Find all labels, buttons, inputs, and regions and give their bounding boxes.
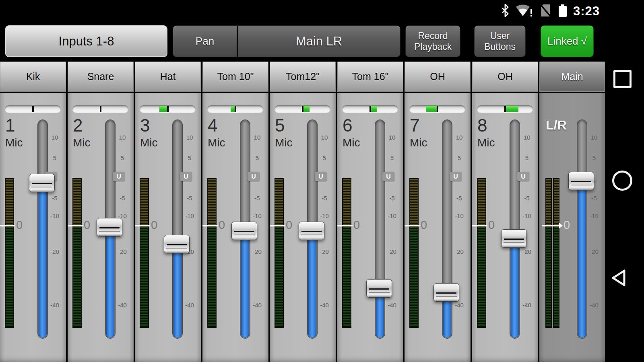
meter-zero-tick bbox=[68, 225, 83, 226]
fader-scale-label: -5 bbox=[47, 195, 62, 202]
fader-handle[interactable] bbox=[299, 222, 324, 240]
fader-scale-label: 5 bbox=[587, 154, 601, 161]
meter-zero-tick bbox=[542, 225, 559, 226]
level-meter bbox=[5, 178, 14, 328]
channel-name-button[interactable]: OH bbox=[405, 62, 471, 93]
channel-name-button[interactable]: Tom12" bbox=[270, 62, 336, 93]
fader-level-fill bbox=[106, 228, 114, 338]
meter-amber-zone bbox=[554, 179, 559, 226]
pan-center-tick bbox=[100, 106, 101, 112]
user-buttons-button[interactable]: User Buttons bbox=[474, 25, 526, 57]
fader-track[interactable] bbox=[577, 119, 587, 339]
channel-strip: Tom 16" 6 Mic 0 U 105-5-10- bbox=[337, 62, 403, 362]
channel-name-label: OH bbox=[430, 71, 445, 82]
linked-toggle-button[interactable]: Linked √ bbox=[541, 25, 594, 57]
channel-name-label: Snare bbox=[87, 71, 114, 82]
pan-slider[interactable] bbox=[342, 105, 398, 113]
fader-scale-label: -10 bbox=[47, 212, 62, 219]
channel-number: 5 bbox=[275, 115, 285, 136]
meter-amber-zone bbox=[6, 179, 13, 226]
fader-handle[interactable] bbox=[433, 283, 459, 302]
channel-source-label: Mic bbox=[275, 136, 293, 149]
home-circle-icon[interactable] bbox=[612, 171, 632, 191]
meter-zero-label: 0 bbox=[286, 218, 292, 232]
channel-number: 2 bbox=[73, 115, 83, 136]
channel-name-label: Hat bbox=[160, 71, 176, 82]
fader-scale-label: -10 bbox=[250, 212, 264, 219]
record-playback-line1: Record bbox=[418, 31, 448, 41]
meter-amber-zone bbox=[73, 179, 81, 226]
fader-scale-label: 5 bbox=[520, 154, 534, 161]
meter-zero-tick bbox=[270, 225, 285, 226]
fader-scale-label: -20 bbox=[520, 248, 534, 255]
fader-handle[interactable] bbox=[29, 174, 55, 192]
fader-handle[interactable] bbox=[97, 218, 122, 237]
fader-handle[interactable] bbox=[366, 279, 392, 298]
unity-gain-marker: U bbox=[450, 172, 462, 181]
channel-name-button[interactable]: OH bbox=[472, 62, 538, 93]
pan-center-tick bbox=[167, 106, 169, 112]
pan-slider[interactable] bbox=[409, 105, 465, 113]
fader-track[interactable] bbox=[442, 119, 452, 339]
channel-number: 8 bbox=[477, 115, 487, 136]
fader-scale-label: -20 bbox=[385, 248, 399, 255]
fader-track[interactable] bbox=[37, 119, 48, 339]
fader-scale-label: -10 bbox=[182, 212, 197, 219]
fader-scale-label: -40 bbox=[182, 302, 197, 309]
inputs-1-8-button[interactable]: Inputs 1-8 bbox=[5, 25, 167, 57]
fader-scale-label: -5 bbox=[250, 195, 264, 202]
fader-track[interactable] bbox=[375, 119, 385, 339]
fader-scale-label: -10 bbox=[520, 212, 534, 219]
pan-slider[interactable] bbox=[140, 105, 196, 113]
fader-track[interactable] bbox=[172, 119, 183, 339]
bluetooth-icon bbox=[501, 3, 510, 19]
fader-scale-label: -40 bbox=[250, 302, 264, 309]
pan-slider[interactable] bbox=[72, 105, 128, 113]
channel-name-label: Tom 16" bbox=[352, 71, 389, 82]
level-meter bbox=[207, 178, 217, 328]
pan-slider[interactable] bbox=[477, 105, 533, 113]
meter-amber-zone bbox=[546, 179, 551, 226]
channel-name-button[interactable]: Hat bbox=[135, 62, 201, 93]
meter-amber-zone bbox=[410, 179, 418, 226]
level-meter bbox=[140, 178, 149, 328]
main-lr-button[interactable]: Main LR bbox=[238, 26, 400, 57]
fader-scale-label: -10 bbox=[587, 212, 601, 219]
fader-level-fill bbox=[39, 183, 47, 338]
no-sim-icon bbox=[539, 3, 552, 19]
fader-scale-label: 5 bbox=[385, 154, 399, 161]
channel-strip-body: 8 Mic 0 U 105-5-10-20-40 bbox=[472, 93, 538, 362]
channel-strip: Main L/R 0 U 105-5-10-20-4 bbox=[539, 62, 605, 362]
fader-handle[interactable] bbox=[164, 235, 190, 253]
mixer-app-screen: 3:23 Inputs 1-8 Pan Main LR Record Playb… bbox=[0, 0, 644, 362]
pan-button[interactable]: Pan bbox=[173, 26, 238, 57]
fader-scale-label: -40 bbox=[47, 302, 62, 309]
meter-green-zone bbox=[410, 226, 418, 327]
pan-center-tick bbox=[235, 106, 236, 112]
fader-scale-label: 10 bbox=[520, 134, 534, 141]
fader-handle[interactable] bbox=[501, 229, 527, 248]
fader-scale-label: 5 bbox=[115, 154, 130, 161]
recents-square-icon[interactable] bbox=[613, 70, 632, 88]
channel-name-button[interactable]: Kik bbox=[0, 62, 66, 93]
pan-slider[interactable] bbox=[207, 105, 263, 113]
meter-zero-label: 0 bbox=[353, 218, 360, 232]
unity-gain-marker: U bbox=[315, 172, 327, 181]
fader-scale-label: -20 bbox=[587, 248, 601, 255]
pan-slider[interactable] bbox=[275, 105, 330, 113]
fader-scale-label: 10 bbox=[587, 134, 601, 141]
channel-number: 4 bbox=[208, 115, 217, 136]
channel-name-button[interactable]: Tom 16" bbox=[337, 62, 403, 93]
pan-center-tick bbox=[369, 106, 371, 112]
channel-name-label: Kik bbox=[26, 71, 40, 82]
channel-name-button[interactable]: Main bbox=[539, 62, 605, 93]
record-playback-button[interactable]: Record Playback bbox=[405, 25, 460, 57]
back-triangle-icon[interactable] bbox=[610, 268, 629, 289]
fader-handle[interactable] bbox=[231, 222, 257, 240]
pan-slider[interactable] bbox=[5, 105, 61, 113]
channel-strip-body: 4 Mic 0 U 105-5-10-20-40 bbox=[202, 93, 268, 362]
channel-name-button[interactable]: Tom 10" bbox=[202, 62, 268, 93]
channel-name-button[interactable]: Snare bbox=[68, 62, 134, 93]
pan-center-tick bbox=[302, 106, 303, 112]
fader-handle[interactable] bbox=[568, 172, 594, 190]
